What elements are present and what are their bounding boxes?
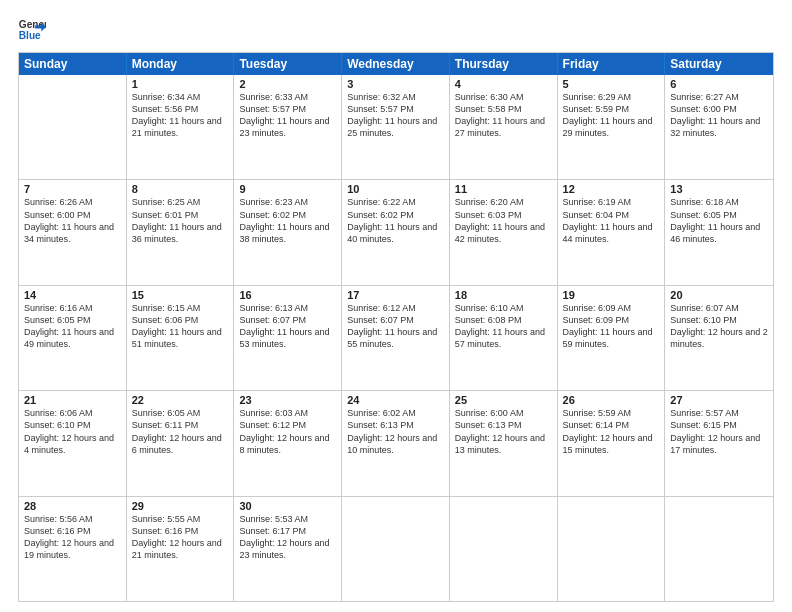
calendar-cell: 4Sunrise: 6:30 AM Sunset: 5:58 PM Daylig…: [450, 75, 558, 179]
day-number: 28: [24, 500, 121, 512]
calendar-cell: 17Sunrise: 6:12 AM Sunset: 6:07 PM Dayli…: [342, 286, 450, 390]
sun-info: Sunrise: 6:02 AM Sunset: 6:13 PM Dayligh…: [347, 407, 444, 456]
day-number: 3: [347, 78, 444, 90]
day-number: 26: [563, 394, 660, 406]
day-number: 18: [455, 289, 552, 301]
calendar-cell: 10Sunrise: 6:22 AM Sunset: 6:02 PM Dayli…: [342, 180, 450, 284]
calendar-cell: 13Sunrise: 6:18 AM Sunset: 6:05 PM Dayli…: [665, 180, 773, 284]
day-number: 24: [347, 394, 444, 406]
day-number: 5: [563, 78, 660, 90]
day-number: 7: [24, 183, 121, 195]
sun-info: Sunrise: 6:23 AM Sunset: 6:02 PM Dayligh…: [239, 196, 336, 245]
sun-info: Sunrise: 5:59 AM Sunset: 6:14 PM Dayligh…: [563, 407, 660, 456]
header: General Blue: [18, 16, 774, 44]
calendar: SundayMondayTuesdayWednesdayThursdayFrid…: [18, 52, 774, 602]
calendar-cell: 23Sunrise: 6:03 AM Sunset: 6:12 PM Dayli…: [234, 391, 342, 495]
day-of-week-saturday: Saturday: [665, 53, 773, 75]
sun-info: Sunrise: 6:16 AM Sunset: 6:05 PM Dayligh…: [24, 302, 121, 351]
day-number: 29: [132, 500, 229, 512]
day-number: 16: [239, 289, 336, 301]
day-number: 27: [670, 394, 768, 406]
sun-info: Sunrise: 6:29 AM Sunset: 5:59 PM Dayligh…: [563, 91, 660, 140]
day-number: 12: [563, 183, 660, 195]
day-number: 17: [347, 289, 444, 301]
sun-info: Sunrise: 6:06 AM Sunset: 6:10 PM Dayligh…: [24, 407, 121, 456]
sun-info: Sunrise: 6:25 AM Sunset: 6:01 PM Dayligh…: [132, 196, 229, 245]
calendar-cell: 14Sunrise: 6:16 AM Sunset: 6:05 PM Dayli…: [19, 286, 127, 390]
day-number: 21: [24, 394, 121, 406]
day-number: 23: [239, 394, 336, 406]
calendar-cell: 8Sunrise: 6:25 AM Sunset: 6:01 PM Daylig…: [127, 180, 235, 284]
day-number: 30: [239, 500, 336, 512]
calendar-body: 1Sunrise: 6:34 AM Sunset: 5:56 PM Daylig…: [19, 75, 773, 601]
calendar-cell: 29Sunrise: 5:55 AM Sunset: 6:16 PM Dayli…: [127, 497, 235, 601]
sun-info: Sunrise: 6:34 AM Sunset: 5:56 PM Dayligh…: [132, 91, 229, 140]
calendar-cell: [558, 497, 666, 601]
day-number: 19: [563, 289, 660, 301]
svg-text:Blue: Blue: [19, 30, 41, 41]
day-number: 9: [239, 183, 336, 195]
calendar-cell: 18Sunrise: 6:10 AM Sunset: 6:08 PM Dayli…: [450, 286, 558, 390]
sun-info: Sunrise: 6:32 AM Sunset: 5:57 PM Dayligh…: [347, 91, 444, 140]
day-of-week-wednesday: Wednesday: [342, 53, 450, 75]
sun-info: Sunrise: 6:20 AM Sunset: 6:03 PM Dayligh…: [455, 196, 552, 245]
calendar-cell: 25Sunrise: 6:00 AM Sunset: 6:13 PM Dayli…: [450, 391, 558, 495]
calendar-cell: 6Sunrise: 6:27 AM Sunset: 6:00 PM Daylig…: [665, 75, 773, 179]
day-number: 10: [347, 183, 444, 195]
day-number: 15: [132, 289, 229, 301]
calendar-cell: 7Sunrise: 6:26 AM Sunset: 6:00 PM Daylig…: [19, 180, 127, 284]
calendar-cell: 2Sunrise: 6:33 AM Sunset: 5:57 PM Daylig…: [234, 75, 342, 179]
sun-info: Sunrise: 6:33 AM Sunset: 5:57 PM Dayligh…: [239, 91, 336, 140]
calendar-week-3: 14Sunrise: 6:16 AM Sunset: 6:05 PM Dayli…: [19, 285, 773, 390]
sun-info: Sunrise: 6:30 AM Sunset: 5:58 PM Dayligh…: [455, 91, 552, 140]
calendar-cell: 30Sunrise: 5:53 AM Sunset: 6:17 PM Dayli…: [234, 497, 342, 601]
day-of-week-friday: Friday: [558, 53, 666, 75]
day-number: 8: [132, 183, 229, 195]
calendar-cell: 26Sunrise: 5:59 AM Sunset: 6:14 PM Dayli…: [558, 391, 666, 495]
calendar-cell: 11Sunrise: 6:20 AM Sunset: 6:03 PM Dayli…: [450, 180, 558, 284]
day-of-week-thursday: Thursday: [450, 53, 558, 75]
sun-info: Sunrise: 6:00 AM Sunset: 6:13 PM Dayligh…: [455, 407, 552, 456]
sun-info: Sunrise: 6:15 AM Sunset: 6:06 PM Dayligh…: [132, 302, 229, 351]
calendar-cell: 27Sunrise: 5:57 AM Sunset: 6:15 PM Dayli…: [665, 391, 773, 495]
sun-info: Sunrise: 5:53 AM Sunset: 6:17 PM Dayligh…: [239, 513, 336, 562]
day-number: 13: [670, 183, 768, 195]
day-number: 4: [455, 78, 552, 90]
day-number: 1: [132, 78, 229, 90]
sun-info: Sunrise: 5:55 AM Sunset: 6:16 PM Dayligh…: [132, 513, 229, 562]
calendar-cell: [450, 497, 558, 601]
sun-info: Sunrise: 6:13 AM Sunset: 6:07 PM Dayligh…: [239, 302, 336, 351]
logo: General Blue: [18, 16, 46, 44]
calendar-week-2: 7Sunrise: 6:26 AM Sunset: 6:00 PM Daylig…: [19, 179, 773, 284]
sun-info: Sunrise: 6:12 AM Sunset: 6:07 PM Dayligh…: [347, 302, 444, 351]
sun-info: Sunrise: 6:26 AM Sunset: 6:00 PM Dayligh…: [24, 196, 121, 245]
calendar-header: SundayMondayTuesdayWednesdayThursdayFrid…: [19, 53, 773, 75]
sun-info: Sunrise: 5:57 AM Sunset: 6:15 PM Dayligh…: [670, 407, 768, 456]
calendar-cell: 28Sunrise: 5:56 AM Sunset: 6:16 PM Dayli…: [19, 497, 127, 601]
sun-info: Sunrise: 5:56 AM Sunset: 6:16 PM Dayligh…: [24, 513, 121, 562]
sun-info: Sunrise: 6:07 AM Sunset: 6:10 PM Dayligh…: [670, 302, 768, 351]
day-number: 6: [670, 78, 768, 90]
sun-info: Sunrise: 6:19 AM Sunset: 6:04 PM Dayligh…: [563, 196, 660, 245]
sun-info: Sunrise: 6:22 AM Sunset: 6:02 PM Dayligh…: [347, 196, 444, 245]
calendar-cell: 20Sunrise: 6:07 AM Sunset: 6:10 PM Dayli…: [665, 286, 773, 390]
sun-info: Sunrise: 6:27 AM Sunset: 6:00 PM Dayligh…: [670, 91, 768, 140]
calendar-cell: [19, 75, 127, 179]
sun-info: Sunrise: 6:05 AM Sunset: 6:11 PM Dayligh…: [132, 407, 229, 456]
calendar-cell: 15Sunrise: 6:15 AM Sunset: 6:06 PM Dayli…: [127, 286, 235, 390]
day-number: 25: [455, 394, 552, 406]
day-number: 20: [670, 289, 768, 301]
sun-info: Sunrise: 6:09 AM Sunset: 6:09 PM Dayligh…: [563, 302, 660, 351]
sun-info: Sunrise: 6:18 AM Sunset: 6:05 PM Dayligh…: [670, 196, 768, 245]
calendar-week-4: 21Sunrise: 6:06 AM Sunset: 6:10 PM Dayli…: [19, 390, 773, 495]
calendar-cell: 21Sunrise: 6:06 AM Sunset: 6:10 PM Dayli…: [19, 391, 127, 495]
day-number: 2: [239, 78, 336, 90]
calendar-week-5: 28Sunrise: 5:56 AM Sunset: 6:16 PM Dayli…: [19, 496, 773, 601]
calendar-cell: [665, 497, 773, 601]
day-number: 11: [455, 183, 552, 195]
calendar-cell: 3Sunrise: 6:32 AM Sunset: 5:57 PM Daylig…: [342, 75, 450, 179]
page: General Blue SundayMondayTuesdayWednesda…: [0, 0, 792, 612]
day-number: 22: [132, 394, 229, 406]
sun-info: Sunrise: 6:03 AM Sunset: 6:12 PM Dayligh…: [239, 407, 336, 456]
calendar-cell: 9Sunrise: 6:23 AM Sunset: 6:02 PM Daylig…: [234, 180, 342, 284]
